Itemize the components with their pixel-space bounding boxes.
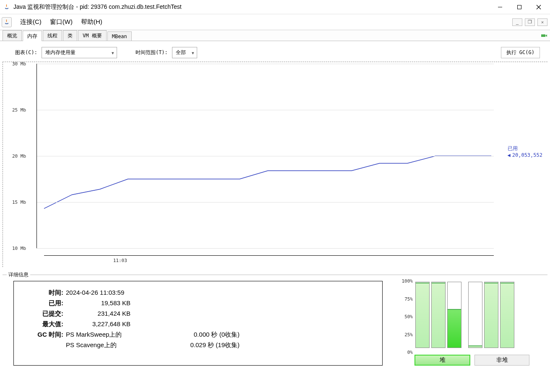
time-value: 2024-04-26 11:03:59 <box>63 289 143 297</box>
memory-chart: 已用 ◀20,053,552 30 Mb25 Mb20 Mb15 Mb10 Mb… <box>0 62 550 270</box>
connection-status-icon <box>541 32 547 39</box>
java-icon <box>2 17 12 27</box>
internal-close-button[interactable]: × <box>537 18 547 26</box>
chart-controls: 图表(C): 堆内存使用量 ▾ 时间范围(T): 全部 ▾ 执行 GC(G) <box>0 41 550 62</box>
y-tick-label: 10 Mb <box>12 246 26 251</box>
timerange-value: 全部 <box>176 49 186 55</box>
x-axis-baseline <box>44 255 494 256</box>
window-title: Java 监视和管理控制台 - pid: 29376 com.zhuzi.db.… <box>13 3 490 11</box>
gc-scavenge-name: PS Scavenge上的 <box>63 341 172 349</box>
java-icon <box>3 4 10 10</box>
maximize-button[interactable] <box>510 1 529 13</box>
bars-y-tick: 75% <box>404 296 413 301</box>
heap-button[interactable]: 堆 <box>414 355 470 366</box>
used-value: 19,583 KB <box>63 299 130 307</box>
nonheap-bar-2[interactable] <box>484 282 498 348</box>
tab-threads[interactable]: 线程 <box>43 30 62 41</box>
internal-restore-button[interactable]: ❐ <box>525 18 535 26</box>
time-label: 时间: <box>19 289 63 297</box>
heap-bars[interactable] <box>414 281 462 348</box>
chevron-down-icon: ▾ <box>192 50 194 55</box>
chart-type-select[interactable]: 堆内存使用量 ▾ <box>42 47 117 58</box>
tabbar: 概览 内存 线程 类 VM 概要 MBean <box>0 30 550 41</box>
heap-bar-2[interactable] <box>431 282 446 348</box>
y-tick-label: 30 Mb <box>12 61 26 67</box>
tab-vm-summary[interactable]: VM 概要 <box>78 30 107 41</box>
y-tick-label: 15 Mb <box>12 200 26 205</box>
details-panel: 详细信息 时间: 2024-04-26 11:03:59 已用: 19,583 … <box>3 275 547 368</box>
heap-bar-1[interactable] <box>415 282 430 348</box>
perform-gc-button[interactable]: 执行 GC(G) <box>501 47 540 58</box>
close-button[interactable] <box>529 1 548 13</box>
gc-scavenge-value: 0.029 秒 (19收集) <box>172 341 240 349</box>
gridline <box>36 202 494 202</box>
used-bytes-value: 20,053,552 <box>512 152 542 158</box>
gc-time-label: GC 时间: <box>19 331 63 339</box>
bars-y-tick: 100% <box>402 278 413 284</box>
minimize-button[interactable] <box>490 1 510 13</box>
memory-usage-line <box>44 156 491 208</box>
tab-memory[interactable]: 内存 <box>23 31 42 41</box>
bars-y-tick: 0% <box>407 350 413 355</box>
memory-pool-bars: 100%75%50%25%0% 堆 非堆 <box>395 281 529 366</box>
nonheap-bars[interactable] <box>467 281 515 348</box>
svg-rect-4 <box>541 34 545 37</box>
used-label: 已用: <box>19 299 63 307</box>
committed-value: 231,424 KB <box>63 310 130 318</box>
chart-current-value: 已用 ◀20,053,552 <box>508 145 542 158</box>
gridline <box>36 64 494 64</box>
chart-type-label: 图表(C): <box>15 49 37 56</box>
menu-help[interactable]: 帮助(H) <box>77 16 107 28</box>
nonheap-bar-1[interactable] <box>468 282 482 348</box>
bars-y-tick: 50% <box>404 314 413 319</box>
timerange-label: 时间范围(T): <box>136 49 168 56</box>
timerange-select[interactable]: 全部 ▾ <box>172 47 197 58</box>
x-tick-label: 11:03 <box>113 258 127 263</box>
tab-classes[interactable]: 类 <box>63 30 77 41</box>
nonheap-bar-3[interactable] <box>500 282 514 348</box>
used-label: 已用 <box>508 145 542 152</box>
y-tick-label: 25 Mb <box>12 107 26 113</box>
gridline <box>36 110 494 110</box>
max-label: 最大值: <box>19 320 63 328</box>
chart-type-value: 堆内存使用量 <box>45 49 76 55</box>
tab-overview[interactable]: 概览 <box>3 30 22 41</box>
chevron-down-icon: ▾ <box>112 50 114 55</box>
svg-rect-1 <box>518 5 521 9</box>
gridline <box>36 156 494 156</box>
titlebar: Java 监视和管理控制台 - pid: 29376 com.zhuzi.db.… <box>0 0 550 14</box>
gc-marksweep-name: PS MarkSweep上的 <box>63 331 172 339</box>
arrow-left-icon: ◀ <box>508 152 511 158</box>
menu-window[interactable]: 窗口(W) <box>46 16 77 28</box>
y-axis-line <box>36 64 37 248</box>
menu-connect[interactable]: 连接(C) <box>16 16 46 28</box>
max-value: 3,227,648 KB <box>63 320 130 328</box>
y-tick-label: 20 Mb <box>12 153 26 159</box>
gridline <box>36 248 494 249</box>
committed-label: 已提交: <box>19 310 63 318</box>
internal-minimize-button[interactable]: _ <box>512 18 522 26</box>
memory-stats: 时间: 2024-04-26 11:03:59 已用: 19,583 KB 已提… <box>13 281 383 366</box>
gc-marksweep-value: 0.000 秒 (0收集) <box>172 331 240 339</box>
nonheap-button[interactable]: 非堆 <box>474 355 529 366</box>
details-title: 详细信息 <box>7 271 30 278</box>
heap-bar-3[interactable] <box>447 282 461 348</box>
menubar: 连接(C) 窗口(W) 帮助(H) _ ❐ × <box>0 14 550 30</box>
bars-y-tick: 25% <box>404 332 413 337</box>
tab-mbean[interactable]: MBean <box>107 31 132 41</box>
